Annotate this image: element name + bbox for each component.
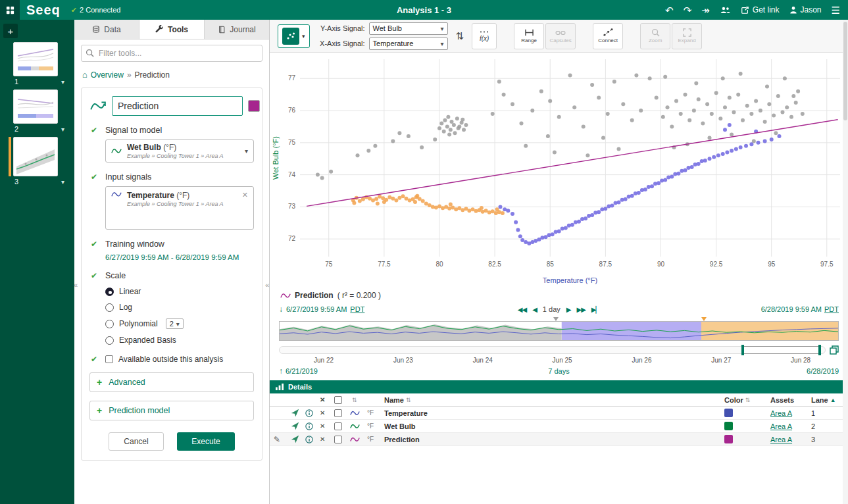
scale-option-log[interactable]: Log xyxy=(105,303,254,312)
edit-icon[interactable]: ✎ xyxy=(274,435,291,444)
polynomial-degree-select[interactable]: 2▾ xyxy=(166,318,184,329)
color-swatch[interactable] xyxy=(724,409,733,417)
vertical-scrollbar[interactable] xyxy=(843,20,848,504)
radio[interactable] xyxy=(105,320,114,328)
info-icon[interactable] xyxy=(305,436,320,443)
chevron-down-icon[interactable]: ▾ xyxy=(61,126,64,133)
remove-all-button[interactable]: ✕ xyxy=(320,396,334,403)
tab-data[interactable]: Data xyxy=(74,20,139,39)
signal-name[interactable]: Prediction xyxy=(384,436,724,443)
timezone-link[interactable]: PDT xyxy=(824,305,839,313)
capsules-button[interactable]: Capsules xyxy=(545,23,576,49)
sort-icon[interactable]: ⇅ xyxy=(406,397,411,403)
tab-journal[interactable]: Journal xyxy=(205,20,269,39)
step-forward-full-button[interactable]: ▶▶ xyxy=(576,306,585,313)
chevron-down-icon[interactable]: ▾ xyxy=(61,178,64,186)
time-scrollbar-track[interactable] xyxy=(279,346,826,354)
signal-to-model-select[interactable]: Wet Bulb (°F) Example » Cooling Tower 1 … xyxy=(105,139,254,163)
new-worksheet-button[interactable]: + xyxy=(3,24,18,38)
remove-icon[interactable]: ✕ xyxy=(320,422,334,430)
prediction-model-expander[interactable]: + Prediction model xyxy=(89,401,254,420)
preview-strip-chart[interactable] xyxy=(280,322,838,340)
training-end-link[interactable]: 6/28/2019 9:59 AM xyxy=(176,253,239,261)
range-button[interactable]: Range xyxy=(514,23,544,49)
investigate-start-date[interactable]: 6/21/2019 xyxy=(286,367,318,375)
hamburger-menu-button[interactable]: ☰ xyxy=(832,5,840,15)
step-size-label[interactable]: 1 day xyxy=(543,305,561,313)
step-back-button[interactable]: ◀ xyxy=(532,306,537,313)
chevron-down-icon[interactable]: ▾ xyxy=(61,78,64,86)
investigate-end-date[interactable]: 6/28/2019 xyxy=(807,367,839,375)
investigate-range-button[interactable] xyxy=(830,345,839,355)
info-icon[interactable] xyxy=(305,422,320,430)
table-row-prediction[interactable]: ✎ ✕ °F Prediction Area A 3 xyxy=(270,433,848,446)
worksheet-thumbnail-3-active[interactable]: 3▾ xyxy=(13,137,66,186)
apps-grid-button[interactable] xyxy=(0,0,20,20)
y-axis-signal-select[interactable]: Wet Bulb▾ xyxy=(369,22,448,35)
step-back-full-button[interactable]: ◀◀ xyxy=(518,306,526,313)
radio-checked[interactable] xyxy=(105,288,114,296)
trend-signal-icon[interactable] xyxy=(291,409,305,417)
lane-column-header[interactable]: Lane▲ xyxy=(811,396,844,404)
table-row-wet-bulb[interactable]: ✕ °F Wet Bulb Area A 2 xyxy=(270,420,848,433)
asset-link[interactable]: Area A xyxy=(770,422,792,430)
asset-link[interactable]: Area A xyxy=(770,409,792,417)
connect-button[interactable]: Connect xyxy=(593,23,623,49)
expand-range-icon[interactable]: ↑ xyxy=(279,366,283,376)
scatter-chart-area[interactable]: 7577.58082.58587.59092.59597.57273747576… xyxy=(270,53,848,288)
sort-icon[interactable]: ⇅ xyxy=(745,397,751,403)
trend-signal-icon[interactable] xyxy=(291,422,305,430)
color-swatch[interactable] xyxy=(724,435,733,443)
remove-signal-icon[interactable]: ✕ xyxy=(242,191,248,199)
user-menu[interactable]: Jason xyxy=(789,5,822,14)
zoom-button[interactable]: Zoom xyxy=(640,23,670,49)
tab-tools[interactable]: Tools xyxy=(139,20,205,39)
scale-option-polynomial[interactable]: Polynomial 2▾ xyxy=(105,318,254,329)
connection-status[interactable]: ✔ 2 Connected xyxy=(71,6,121,14)
scale-option-expanded-basis[interactable]: Expanded Basis xyxy=(105,336,254,345)
undo-button[interactable]: ↶ xyxy=(665,5,674,15)
home-icon[interactable]: ⌂ xyxy=(82,70,87,80)
signal-name[interactable]: Wet Bulb xyxy=(384,422,724,430)
advanced-expander[interactable]: + Advanced xyxy=(89,372,254,392)
investigate-duration[interactable]: 7 days xyxy=(548,367,569,375)
chart-legend[interactable]: Prediction ( r² = 0.200 ) xyxy=(270,288,848,303)
region-marker-gray[interactable] xyxy=(553,317,559,321)
region-marker-orange[interactable] xyxy=(701,317,707,321)
redo-button[interactable]: ↷ xyxy=(684,5,692,15)
time-scrollbar-window[interactable] xyxy=(742,346,820,354)
color-column-header[interactable]: Color⇅ xyxy=(724,396,770,404)
step-to-end-button[interactable]: ▶▏ xyxy=(591,306,600,313)
x-axis-signal-select[interactable]: Temperature▾ xyxy=(369,38,448,50)
tool-name-input[interactable] xyxy=(112,96,243,116)
fx-function-button[interactable]: f(x) xyxy=(472,23,497,49)
row-checkbox[interactable] xyxy=(334,422,342,430)
scrollbar-handle-right[interactable] xyxy=(818,345,821,355)
scale-option-linear[interactable]: Linear xyxy=(105,287,254,296)
row-checkbox[interactable] xyxy=(334,409,342,417)
trend-signal-icon[interactable] xyxy=(291,435,305,443)
input-signals-box[interactable]: Temperature (°F) Example » Cooling Tower… xyxy=(105,186,254,230)
cancel-button[interactable]: Cancel xyxy=(109,432,164,451)
swap-axes-button[interactable]: ⇅ xyxy=(455,30,466,42)
collaborate-button[interactable] xyxy=(720,6,731,14)
expand-button[interactable]: Expand xyxy=(672,23,702,49)
scrollbar-thumb[interactable] xyxy=(843,22,847,120)
available-outside-checkbox[interactable] xyxy=(105,355,113,363)
scrollbar-handle-left[interactable] xyxy=(741,345,744,355)
step-forward-button[interactable]: ▶ xyxy=(566,306,571,313)
name-column-header[interactable]: Name⇅ xyxy=(384,396,724,404)
row-checkbox[interactable] xyxy=(334,436,342,443)
trend-preview-strip[interactable] xyxy=(279,321,839,341)
details-panel-header[interactable]: Details xyxy=(270,380,848,393)
radio[interactable] xyxy=(105,336,114,345)
filter-tools-input[interactable] xyxy=(81,45,262,62)
remove-icon[interactable]: ✕ xyxy=(320,436,334,443)
radio[interactable] xyxy=(105,303,114,312)
remove-icon[interactable]: ✕ xyxy=(320,409,334,416)
signal-name[interactable]: Temperature xyxy=(384,409,724,417)
chart-type-button[interactable]: ▾ xyxy=(278,24,310,48)
color-swatch-button[interactable] xyxy=(248,100,260,112)
info-icon[interactable] xyxy=(305,409,320,417)
redo-all-button[interactable]: ↠ xyxy=(701,5,710,15)
